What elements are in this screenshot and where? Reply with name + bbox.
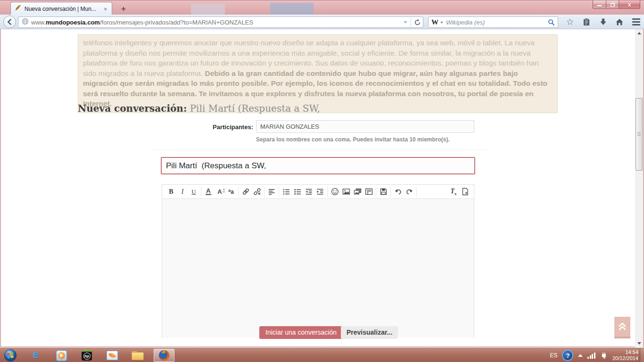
taskbar-media-player[interactable] (54, 349, 69, 362)
search-input[interactable] (446, 19, 548, 26)
menu-button[interactable] (631, 17, 641, 27)
search-bar[interactable]: W (428, 16, 558, 28)
insert-media-button[interactable] (352, 187, 363, 197)
taskbar-internet-explorer[interactable]: e (28, 349, 43, 362)
outdent-button[interactable] (303, 187, 314, 197)
site-globe-icon[interactable] (22, 18, 29, 27)
insert-link-button[interactable] (240, 187, 251, 197)
scroll-down-button[interactable] (635, 339, 643, 347)
scrollbar-thumb[interactable] (636, 98, 643, 171)
reload-icon[interactable] (414, 19, 421, 26)
alignment-button[interactable] (266, 187, 277, 197)
taskbar-firefox-active[interactable] (154, 349, 174, 362)
window-controls: x (593, 0, 640, 9)
back-button[interactable] (3, 16, 16, 28)
close-button[interactable]: x (619, 0, 640, 9)
format-group: B I U (164, 187, 201, 197)
internet-explorer-icon: e (33, 348, 39, 361)
preview-button[interactable]: Previsualizar... (341, 326, 398, 339)
taskbar-hp-app[interactable]: hp (79, 349, 94, 362)
url-dropdown-icon[interactable] (404, 21, 407, 24)
remove-link-button[interactable] (251, 187, 263, 197)
thumb-grip (637, 132, 641, 133)
insert-image-button[interactable] (340, 187, 352, 197)
italic-button[interactable]: I (177, 187, 188, 197)
show-desktop-button[interactable] (640, 348, 644, 362)
start-button[interactable] (3, 349, 18, 362)
firefox-icon (158, 349, 170, 362)
divider (149, 150, 488, 150)
bookmarks-menu-button[interactable] (581, 17, 592, 27)
tab-close-icon[interactable]: × (103, 6, 108, 12)
taskbar-explorer[interactable] (130, 349, 145, 362)
url-prefix: www. (31, 19, 46, 26)
search-engine-icon[interactable]: W (431, 18, 438, 26)
editor-body[interactable] (162, 199, 474, 338)
bbcode-source-button[interactable] (459, 187, 471, 197)
taskbar-photo-viewer[interactable] (105, 349, 120, 362)
utility-group: Tx (446, 187, 472, 197)
scroll-up-button[interactable] (635, 29, 643, 37)
help-tray-icon[interactable]: ? (562, 350, 573, 361)
search-icon[interactable] (548, 19, 555, 26)
power-plug-icon[interactable] (600, 352, 608, 359)
taskbar-apps: e hp (3, 348, 174, 362)
font-family-button[interactable]: aa (225, 187, 237, 197)
clock[interactable]: 14:54 20/12/2014 (612, 349, 638, 362)
list-group (279, 187, 328, 197)
minimize-button[interactable] (593, 0, 606, 9)
url-text[interactable]: www.mundopoesia.com/foros/mensajes-priva… (31, 19, 400, 26)
ordered-list-button[interactable] (292, 187, 303, 197)
history-group (391, 187, 417, 197)
url-domain: mundopoesia.com (46, 19, 100, 26)
font-size-button[interactable]: A (214, 187, 225, 197)
bold-button[interactable]: B (165, 187, 177, 197)
remove-format-button[interactable]: Tx (448, 187, 459, 197)
downloads-button[interactable] (598, 17, 608, 27)
back-to-top-button[interactable] (614, 317, 630, 338)
close-icon: x (628, 1, 631, 8)
heading-prefix: Nueva conversación: (78, 103, 187, 114)
underline-button[interactable]: U (188, 187, 199, 197)
redo-button[interactable] (404, 187, 415, 197)
align-group (264, 187, 279, 197)
participants-input[interactable] (256, 120, 474, 133)
vertical-scrollbar[interactable] (635, 29, 643, 347)
restore-button[interactable] (606, 0, 619, 9)
hidden-icons-arrow[interactable] (578, 354, 583, 357)
new-tab-button[interactable]: + (117, 4, 130, 14)
search-engine-dropdown-icon[interactable] (440, 22, 443, 24)
window-frame-left (0, 29, 1, 347)
toolbar-icons: ☆ (565, 15, 641, 29)
indent-button[interactable] (314, 187, 326, 197)
browser-tab[interactable]: Nueva conversación | Mun... × (10, 2, 112, 15)
unordered-list-button[interactable] (281, 187, 292, 197)
save-draft-button[interactable] (378, 187, 389, 197)
clipboard-icon (582, 18, 591, 26)
folder-icon (132, 351, 144, 360)
glass-reflection (270, 3, 314, 15)
text-color-button[interactable]: A (203, 187, 214, 197)
home-button[interactable] (614, 17, 625, 27)
bullet-list-icon (282, 188, 290, 196)
rich-text-editor: B I U A A aa (162, 184, 474, 338)
start-conversation-button[interactable]: Iniciar una conversación (259, 326, 343, 339)
hamburger-icon (632, 18, 640, 25)
smiley-icon (331, 188, 339, 196)
taskbar: e hp ES ? (0, 348, 644, 362)
indent-icon (316, 188, 324, 196)
url-bar[interactable]: www.mundopoesia.com/foros/mensajes-priva… (18, 16, 423, 28)
conversation-title-input[interactable] (161, 157, 475, 174)
undo-button[interactable] (392, 187, 404, 197)
link-group (239, 187, 264, 197)
bookmark-star-button[interactable]: ☆ (565, 17, 575, 27)
smilies-button[interactable] (329, 187, 340, 197)
glass-reflection (191, 4, 225, 15)
network-signal-icon[interactable] (587, 352, 595, 359)
numbered-list-icon (294, 188, 301, 196)
media-icon (354, 188, 362, 196)
insert-quote-button[interactable] (363, 187, 374, 197)
tray-date: 20/12/2014 (612, 355, 638, 362)
language-indicator[interactable]: ES (550, 352, 557, 359)
page-content: teléfonos inteligentes y queremos anucia… (0, 29, 644, 347)
